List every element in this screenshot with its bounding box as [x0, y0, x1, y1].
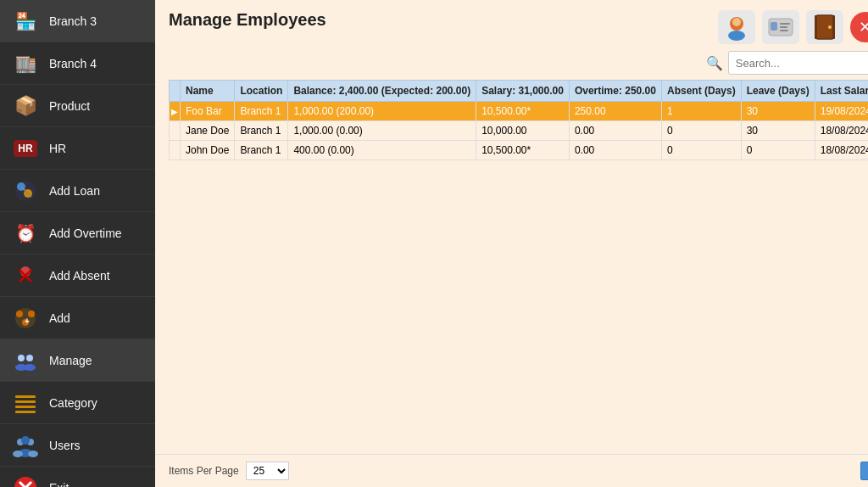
sidebar-item-branch4-label: Branch 4: [49, 57, 97, 70]
page-title: Manage Employees: [169, 10, 326, 30]
employee-profile-button[interactable]: [718, 10, 755, 44]
sidebar-item-users-label: Users: [49, 439, 81, 452]
svg-rect-41: [815, 15, 817, 39]
svg-rect-37: [780, 30, 788, 31]
svg-rect-36: [780, 26, 787, 28]
svg-point-13: [26, 355, 33, 361]
cell-name: Jane Doe: [181, 121, 235, 141]
cell-salary: 10,500.00*: [476, 141, 570, 160]
cell-last_salary: 18/08/2024: [815, 141, 868, 160]
employees-table: Name Location Balance: 2,400.00 (Expecte…: [169, 80, 868, 160]
table-row[interactable]: Jane DoeBranch 11,000.00 (0.00)10,000.00…: [170, 121, 869, 141]
svg-rect-17: [15, 400, 36, 403]
cell-leave: 30: [741, 102, 815, 121]
col-leave: Leave (Days): [741, 81, 815, 102]
sidebar-item-users[interactable]: Users: [0, 424, 155, 467]
sidebar-item-add-loan-label: Add Loan: [49, 184, 100, 198]
cell-balance: 400.00 (0.00): [288, 141, 476, 160]
cell-overtime: 0.00: [569, 141, 661, 160]
sidebar-item-add[interactable]: + Add: [0, 297, 155, 339]
svg-rect-42: [832, 15, 835, 39]
close-button[interactable]: ✕: [850, 12, 868, 42]
sidebar: 🏪 Branch 3 🏬 Branch 4 📦 Product HR HR Ad…: [0, 0, 155, 487]
row-arrow: ▶: [170, 102, 181, 121]
door-button[interactable]: [806, 10, 843, 44]
col-location: Location: [235, 81, 288, 102]
svg-point-31: [728, 31, 745, 41]
cell-location: Branch 1: [235, 102, 288, 121]
sidebar-item-add-loan[interactable]: Add Loan: [0, 170, 155, 212]
cell-last_salary: 18/08/2024: [815, 121, 868, 141]
table-row[interactable]: John DoeBranch 1400.00 (0.00)10,500.00*0…: [170, 141, 869, 160]
cell-name: Foo Bar: [181, 102, 235, 121]
search-input[interactable]: [728, 51, 868, 75]
sidebar-item-add-absent[interactable]: Add Absent: [0, 255, 155, 297]
sidebar-item-exit[interactable]: Exit: [0, 467, 155, 487]
col-overtime: Overtime: 250.00: [569, 81, 661, 102]
add-absent-icon: [10, 260, 41, 291]
add-overtime-icon: ⏰: [10, 218, 41, 249]
col-balance: Balance: 2,400.00 (Expected: 200.00): [288, 81, 476, 102]
sidebar-item-branch3-label: Branch 3: [49, 14, 97, 28]
svg-text:+: +: [25, 316, 30, 326]
id-card-button[interactable]: [762, 10, 799, 44]
col-absent: Absent (Days): [661, 81, 741, 102]
svg-rect-19: [15, 411, 36, 413]
sidebar-item-branch4[interactable]: 🏬 Branch 4: [0, 42, 155, 85]
row-arrow: [170, 121, 181, 141]
svg-point-30: [732, 18, 741, 26]
cell-overtime: 250.00: [569, 102, 661, 121]
sidebar-item-manage-label: Manage: [49, 354, 92, 367]
svg-point-12: [18, 355, 25, 361]
sidebar-item-add-overtime[interactable]: ⏰ Add Overtime: [0, 212, 155, 255]
sidebar-item-product-label: Product: [49, 99, 90, 113]
col-name: Name: [181, 81, 235, 102]
svg-point-8: [16, 311, 23, 317]
svg-rect-18: [15, 406, 36, 408]
col-last-salary: Last Salary: [815, 81, 868, 102]
sidebar-item-add-overtime-label: Add Overtime: [49, 227, 122, 240]
page-1-button[interactable]: 1: [860, 462, 868, 480]
cell-leave: 0: [741, 141, 815, 160]
cell-last_salary: 19/08/2024: [815, 102, 868, 121]
category-icon: [10, 388, 41, 418]
sidebar-item-category[interactable]: Category: [0, 382, 155, 424]
sidebar-item-add-absent-label: Add Absent: [49, 269, 110, 283]
cell-overtime: 0.00: [569, 121, 661, 141]
table-header-row: Name Location Balance: 2,400.00 (Expecte…: [170, 81, 869, 102]
table-body: ▶Foo BarBranch 11,000.00 (200.00)10,500.…: [170, 102, 869, 160]
sidebar-item-product[interactable]: 📦 Product: [0, 85, 155, 127]
svg-point-25: [28, 451, 38, 457]
cell-salary: 10,500.00*: [476, 102, 570, 121]
items-per-page-select[interactable]: 25 50 100: [246, 462, 289, 480]
cell-balance: 1,000.00 (200.00): [288, 102, 476, 121]
sidebar-item-exit-label: Exit: [49, 481, 69, 488]
row-arrow: [170, 141, 181, 160]
sidebar-item-hr[interactable]: HR HR: [0, 127, 155, 170]
search-icon: 🔍: [706, 55, 723, 71]
add-icon: +: [10, 303, 41, 333]
users-icon: [10, 430, 41, 461]
branch4-icon: 🏬: [10, 48, 41, 79]
cell-balance: 1,000.00 (0.00): [288, 121, 476, 141]
svg-point-15: [24, 364, 36, 371]
sidebar-item-branch3[interactable]: 🏪 Branch 3: [0, 0, 155, 42]
hr-icon: HR: [10, 133, 41, 164]
sidebar-item-manage[interactable]: Manage: [0, 339, 155, 382]
table-row[interactable]: ▶Foo BarBranch 11,000.00 (200.00)10,500.…: [170, 102, 869, 121]
sidebar-item-category-label: Category: [49, 396, 97, 410]
cell-salary: 10,000.00: [476, 121, 570, 141]
sidebar-item-add-label: Add: [49, 311, 70, 325]
page-navigation: 1: [860, 462, 868, 480]
svg-rect-34: [771, 22, 777, 31]
sidebar-item-hr-label: HR: [49, 142, 66, 155]
cell-location: Branch 1: [235, 121, 288, 141]
cell-absent: 1: [661, 102, 741, 121]
product-icon: 📦: [10, 91, 41, 121]
add-loan-icon: [10, 176, 41, 206]
header-actions: ✕: [718, 10, 868, 44]
col-selector: [170, 81, 181, 102]
col-salary: Salary: 31,000.00: [476, 81, 570, 102]
svg-rect-35: [780, 23, 790, 25]
cell-name: John Doe: [181, 141, 235, 160]
